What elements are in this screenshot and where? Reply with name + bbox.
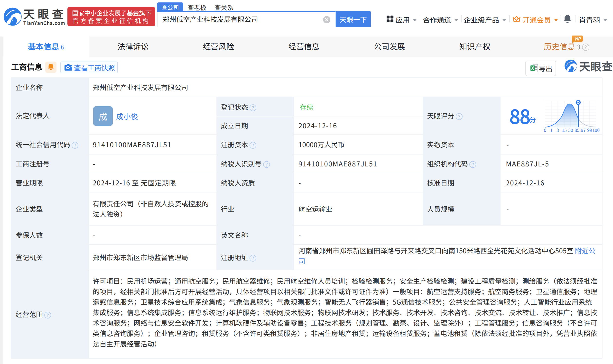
svg-text:99: 99	[587, 127, 592, 133]
svg-text:15: 15	[562, 127, 567, 133]
svg-text:100: 100	[592, 127, 600, 133]
svg-text:85: 85	[574, 127, 579, 133]
svg-text:0: 0	[544, 127, 546, 133]
svg-text:3: 3	[557, 127, 559, 133]
svg-text:97: 97	[581, 127, 586, 133]
svg-text:1: 1	[550, 127, 553, 133]
svg-text:50: 50	[568, 127, 573, 133]
